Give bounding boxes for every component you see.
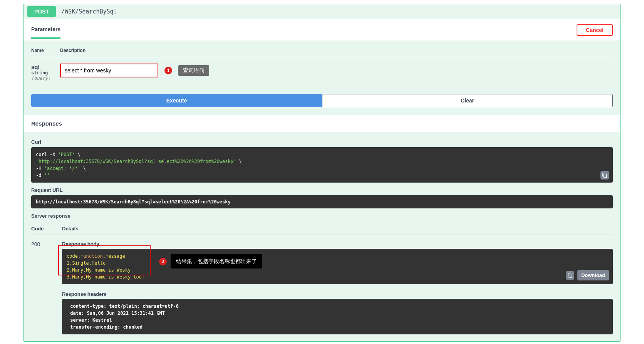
parameters-tab[interactable]: Parameters (31, 26, 60, 39)
resp-text: code, (67, 253, 80, 259)
curl-text: \ (75, 152, 80, 157)
status-code: 200 (31, 241, 62, 334)
resp-text: 2,Many,My name is Wesky (67, 267, 608, 274)
curl-text: 'POST' (58, 152, 75, 157)
param-row: sql string (query) 1 查询语句 (31, 58, 613, 81)
curl-text: curl -X (36, 152, 58, 157)
resp-text: 1,Single,Hello (67, 260, 608, 267)
clipboard-icon (567, 273, 573, 278)
request-url-block: http://localhost:35678/WSK/SearchBySql?s… (31, 195, 613, 208)
param-type: string (31, 70, 60, 76)
operation-summary[interactable]: POST /WSK/SearchBySql (23, 4, 621, 19)
curl-text: 'accept: */*' (44, 166, 80, 171)
param-table-header: Name Description (31, 48, 613, 58)
header-description: Description (60, 48, 613, 53)
action-buttons: Execute Clear (23, 92, 621, 115)
curl-text: \ (80, 166, 86, 171)
parameters-bar: Parameters Cancel (23, 19, 621, 41)
responses-section: Curl curl -X 'POST' \ 'http://localhost:… (23, 132, 621, 341)
copy-response-icon[interactable] (566, 271, 574, 280)
param-name-cell: sql string (query) (31, 64, 60, 81)
param-in: (query) (31, 76, 60, 81)
execute-button[interactable]: Execute (31, 94, 322, 107)
clipboard-icon (602, 173, 607, 178)
curl-text: 'http://localhost:35678/WSK/SearchBySql?… (36, 159, 236, 164)
request-url-label: Request URL (31, 187, 613, 193)
download-button[interactable]: Download (577, 270, 609, 280)
curl-text: -d (36, 173, 44, 178)
parameters-section: Name Description sql string (query) 1 查询… (23, 41, 621, 92)
curl-text: \ (236, 159, 242, 164)
response-body-block: code,function,message 1,Single,Hello 2,M… (62, 249, 613, 284)
curl-text: '' (44, 173, 50, 178)
curl-text: -H (36, 166, 44, 171)
response-detail-cell: Response body code,function,message 1,Si… (62, 241, 613, 334)
callout-text-1: 查询语句 (178, 65, 209, 76)
response-body-label: Response body (62, 241, 613, 247)
copy-curl-icon[interactable] (600, 171, 609, 180)
response-body-wrap: code,function,message 1,Single,Hello 2,M… (62, 249, 613, 284)
details-header: Code Details (31, 221, 613, 235)
resp-text: 3,Many,My name is Wesky too! (67, 274, 608, 280)
response-headers-block: content-type: text/plain; charset=utf-8 … (62, 299, 613, 334)
callout-badge-2: 2 (159, 258, 167, 265)
resp-text: ,message (103, 253, 125, 259)
resp-text: function (80, 253, 103, 259)
callout-2: 2 结果集，包括字段名称也都出来了 (159, 254, 262, 268)
curl-block: curl -X 'POST' \ 'http://localhost:35678… (31, 147, 613, 183)
operation-block: POST /WSK/SearchBySql Parameters Cancel … (23, 4, 621, 342)
param-name: sql (31, 64, 60, 70)
header-name: Name (31, 48, 60, 53)
http-method-badge: POST (27, 6, 56, 17)
server-response-label: Server response (31, 213, 613, 219)
details-header-label: Details (62, 226, 613, 232)
callout-badge-1: 1 (164, 67, 172, 74)
response-headers-label: Response headers (62, 291, 613, 297)
response-row: 200 Response body code,function,message … (31, 235, 613, 334)
param-desc-cell: 1 查询语句 (60, 64, 613, 77)
response-actions: Download (566, 270, 609, 280)
operation-path: /WSK/SearchBySql (61, 8, 117, 15)
sql-input[interactable] (60, 64, 158, 77)
code-header: Code (31, 226, 62, 232)
responses-title: Responses (23, 115, 621, 132)
cancel-button[interactable]: Cancel (577, 24, 613, 36)
clear-button[interactable]: Clear (322, 94, 613, 107)
callout-text-2: 结果集，包括字段名称也都出来了 (171, 254, 262, 268)
curl-label: Curl (31, 139, 613, 145)
